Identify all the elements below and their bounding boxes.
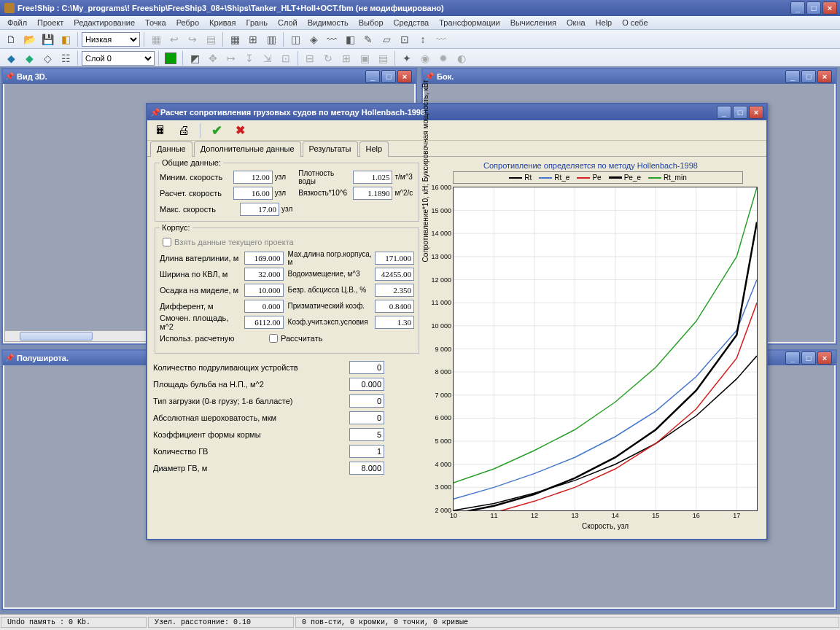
tool-e-icon[interactable]: ◫ [287,31,303,47]
load-input[interactable] [349,394,384,408]
view3d-titlebar[interactable]: 📌 Вид 3D. _ □ × [3,69,416,84]
child-minimize-button[interactable]: _ [365,70,380,83]
op-g-icon[interactable]: ↻ [320,50,336,66]
menu-item-вычисления[interactable]: Вычисления [506,18,561,28]
color-swatch[interactable] [163,50,179,66]
bok-titlebar[interactable]: 📌 Бок. _ □ × [423,69,836,84]
thrusters-input[interactable] [349,361,384,374]
render-c-icon[interactable]: ◐ [454,50,470,66]
dialog-maximize-button[interactable]: □ [733,106,747,119]
child-close-button[interactable]: × [817,351,832,365]
op-j-icon[interactable]: ▤ [375,50,391,66]
op-f-icon[interactable]: ⊟ [302,50,318,66]
render-b-icon[interactable]: ✹ [435,50,451,66]
star-icon[interactable]: ✦ [399,50,415,66]
tool-a-icon[interactable]: ▦ [148,31,164,47]
close-button[interactable]: × [822,1,837,15]
minimize-button[interactable]: _ [790,1,805,15]
bulb-input[interactable] [349,378,384,391]
layer-b-icon[interactable]: ◆ [21,50,37,66]
child-close-button[interactable]: × [397,70,412,83]
layer-c-icon[interactable]: ◇ [39,50,55,66]
hullmax-input[interactable] [375,252,414,265]
abscissa-input[interactable] [375,284,414,297]
prismatic-input[interactable] [375,300,414,313]
open-icon[interactable]: 📂 [21,31,37,47]
menu-item-о себе[interactable]: О себе [618,18,652,28]
grid-b-icon[interactable]: ⊞ [245,31,261,47]
layers-icon[interactable]: ☷ [58,50,74,66]
draft-input[interactable] [244,284,284,297]
bwl-input[interactable] [244,268,284,281]
tab-2[interactable]: Результаты [303,141,358,157]
op-i-icon[interactable]: ▣ [357,50,373,66]
tool-l-icon[interactable]: 〰 [433,31,449,47]
trim-input[interactable] [244,300,284,313]
layer-select[interactable]: Слой 0 [82,51,155,66]
calc-icon[interactable]: 🖩 [152,122,169,139]
calc-speed-input[interactable] [233,187,273,200]
tool-j-icon[interactable]: ⊡ [397,31,413,47]
move-icon[interactable]: ✥ [205,50,221,66]
menu-item-слой[interactable]: Слой [273,18,302,28]
menu-item-кривая[interactable]: Кривая [205,18,240,28]
menu-item-окна[interactable]: Окна [562,18,590,28]
menu-item-видимость[interactable]: Видимость [303,18,353,28]
op-a-icon[interactable]: ◩ [187,50,203,66]
child-maximize-button[interactable]: □ [381,70,396,83]
disp-input[interactable] [375,268,414,281]
stern-input[interactable] [349,428,384,441]
use-project-checkbox[interactable] [163,238,171,246]
wsa-input[interactable] [244,316,284,329]
dprop-input[interactable] [349,462,384,475]
menu-item-точка[interactable]: Точка [141,18,171,28]
op-d-icon[interactable]: ⇲ [260,50,276,66]
tool-i-icon[interactable]: ▱ [378,31,394,47]
tab-0[interactable]: Данные [150,141,192,157]
dialog-minimize-button[interactable]: _ [717,106,731,119]
menu-item-ребро[interactable]: Ребро [172,18,203,28]
menu-item-выбор[interactable]: Выбор [354,18,388,28]
grid-a-icon[interactable]: ▦ [227,31,243,47]
cancel-button[interactable]: ✖ [231,122,249,139]
max-speed-input[interactable] [240,203,279,216]
child-minimize-button[interactable]: _ [785,70,800,83]
child-maximize-button[interactable]: □ [801,351,816,365]
info-icon[interactable]: ◧ [58,31,74,47]
accept-button[interactable]: ✔ [208,122,225,139]
child-maximize-button[interactable]: □ [801,70,816,83]
dialog-close-button[interactable]: × [749,106,763,119]
tool-g-icon[interactable]: ◧ [342,31,358,47]
dialog-titlebar[interactable]: 📌 Расчет сопротивления грузовых судов по… [147,104,766,120]
tool-f-icon[interactable]: ◈ [306,31,322,47]
exploit-input[interactable] [375,316,414,329]
child-close-button[interactable]: × [817,70,832,83]
menu-item-help[interactable]: Help [591,18,617,28]
print-icon[interactable]: 🖨 [175,122,192,139]
tab-3[interactable]: Help [359,141,389,157]
menu-item-файл[interactable]: Файл [3,18,31,28]
render-a-icon[interactable]: ◉ [417,50,433,66]
tool-d-icon[interactable]: ▤ [203,31,219,47]
layer-a-icon[interactable]: ◆ [3,50,19,66]
tool-c-icon[interactable]: ↪ [184,31,201,47]
quality-select[interactable]: Низкая [82,32,140,47]
viscosity-input[interactable] [353,187,392,200]
menu-item-редактирование[interactable]: Редактирование [69,18,139,28]
tool-h-icon[interactable]: ✎ [360,31,376,47]
min-speed-input[interactable] [233,171,273,184]
child-minimize-button[interactable]: _ [785,351,800,365]
menu-item-трансформации[interactable]: Трансформации [435,18,504,28]
curve-icon[interactable]: 〰 [324,31,340,47]
use-calc-checkbox[interactable] [269,334,278,343]
menu-item-средства[interactable]: Средства [389,18,434,28]
tool-b-icon[interactable]: ↩ [166,31,182,47]
menu-item-проект[interactable]: Проект [33,18,68,28]
op-e-icon[interactable]: ⊡ [278,50,294,66]
tab-1[interactable]: Дополнительные данные [194,141,301,157]
maximize-button[interactable]: □ [806,1,821,15]
density-input[interactable] [353,171,392,184]
op-c-icon[interactable]: ↧ [241,50,257,66]
tool-k-icon[interactable]: ↕ [415,31,431,47]
roughness-input[interactable] [349,411,384,424]
